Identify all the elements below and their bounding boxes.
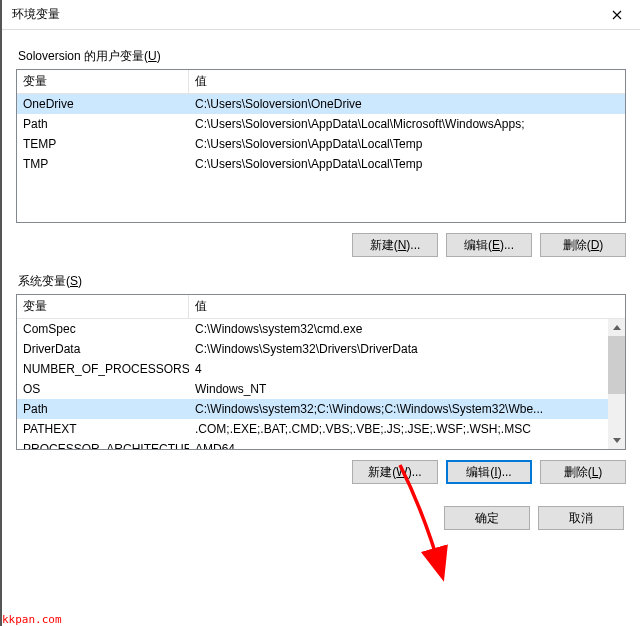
ok-button[interactable]: 确定 xyxy=(444,506,530,530)
system-edit-button[interactable]: 编辑(I)... xyxy=(446,460,532,484)
variable-name-cell: Path xyxy=(17,402,189,416)
system-variables-label: 系统变量(S) xyxy=(18,273,626,290)
table-row[interactable]: TEMPC:\Users\Soloversion\AppData\Local\T… xyxy=(17,134,625,154)
chevron-down-icon xyxy=(613,438,621,443)
variable-value-cell: C:\Windows\System32\Drivers\DriverData xyxy=(189,342,608,356)
variable-value-cell: C:\Users\Soloversion\AppData\Local\Temp xyxy=(189,157,625,171)
table-row[interactable]: DriverDataC:\Windows\System32\Drivers\Dr… xyxy=(17,339,608,359)
variable-name-cell: DriverData xyxy=(17,342,189,356)
variable-name-cell: TMP xyxy=(17,157,189,171)
variable-value-cell: C:\Windows\system32\cmd.exe xyxy=(189,322,608,336)
dialog-button-row: 确定 取消 xyxy=(16,506,626,530)
table-row[interactable]: OneDriveC:\Users\Soloversion\OneDrive xyxy=(17,94,625,114)
watermark-text: kkpan.com xyxy=(0,613,64,626)
variable-name-cell: NUMBER_OF_PROCESSORS xyxy=(17,362,189,376)
column-value-header[interactable]: 值 xyxy=(189,70,625,93)
user-delete-button[interactable]: 删除(D) xyxy=(540,233,626,257)
user-new-button[interactable]: 新建(N)... xyxy=(352,233,438,257)
system-delete-button[interactable]: 删除(L) xyxy=(540,460,626,484)
user-variables-group: Soloversion 的用户变量(U) 变量 值 OneDriveC:\Use… xyxy=(16,48,626,257)
system-variables-group: 系统变量(S) 变量 值 ComSpecC:\Windows\system32\… xyxy=(16,273,626,484)
variable-name-cell: OS xyxy=(17,382,189,396)
close-button[interactable] xyxy=(594,0,640,30)
chevron-up-icon xyxy=(613,325,621,330)
variable-value-cell: C:\Users\Soloversion\AppData\Local\Temp xyxy=(189,137,625,151)
variable-name-cell: ComSpec xyxy=(17,322,189,336)
table-row[interactable]: OSWindows_NT xyxy=(17,379,608,399)
window-title: 环境变量 xyxy=(12,6,60,23)
variable-value-cell: AMD64 xyxy=(189,442,608,450)
variable-name-cell: OneDrive xyxy=(17,97,189,111)
dialog-body: Soloversion 的用户变量(U) 变量 值 OneDriveC:\Use… xyxy=(2,30,640,626)
scroll-thumb[interactable] xyxy=(608,336,625,394)
list-header[interactable]: 变量 值 xyxy=(17,295,625,319)
user-button-row: 新建(N)... 编辑(E)... 删除(D) xyxy=(16,233,626,257)
system-new-button[interactable]: 新建(W)... xyxy=(352,460,438,484)
titlebar: 环境变量 xyxy=(2,0,640,30)
table-row[interactable]: ComSpecC:\Windows\system32\cmd.exe xyxy=(17,319,608,339)
variable-value-cell: C:\Users\Soloversion\OneDrive xyxy=(189,97,625,111)
table-row[interactable]: PROCESSOR_ARCHITECTUREAMD64 xyxy=(17,439,608,450)
variable-name-cell: PATHEXT xyxy=(17,422,189,436)
variable-value-cell: Windows_NT xyxy=(189,382,608,396)
system-button-row: 新建(W)... 编辑(I)... 删除(L) xyxy=(16,460,626,484)
variable-value-cell: .COM;.EXE;.BAT;.CMD;.VBS;.VBE;.JS;.JSE;.… xyxy=(189,422,608,436)
user-variables-list[interactable]: 变量 值 OneDriveC:\Users\Soloversion\OneDri… xyxy=(16,69,626,223)
close-icon xyxy=(612,10,622,20)
variable-name-cell: TEMP xyxy=(17,137,189,151)
table-row[interactable]: PATHEXT.COM;.EXE;.BAT;.CMD;.VBS;.VBE;.JS… xyxy=(17,419,608,439)
variable-value-cell: C:\Users\Soloversion\AppData\Local\Micro… xyxy=(189,117,625,131)
system-variables-list[interactable]: 变量 值 ComSpecC:\Windows\system32\cmd.exeD… xyxy=(16,294,626,450)
table-row[interactable]: NUMBER_OF_PROCESSORS4 xyxy=(17,359,608,379)
list-header[interactable]: 变量 值 xyxy=(17,70,625,94)
variable-name-cell: Path xyxy=(17,117,189,131)
column-name-header[interactable]: 变量 xyxy=(17,295,189,318)
scroll-down-button[interactable] xyxy=(608,432,625,449)
user-variables-label: Soloversion 的用户变量(U) xyxy=(18,48,626,65)
user-edit-button[interactable]: 编辑(E)... xyxy=(446,233,532,257)
variable-name-cell: PROCESSOR_ARCHITECTURE xyxy=(17,442,189,450)
scroll-track[interactable] xyxy=(608,336,625,432)
scrollbar[interactable] xyxy=(608,319,625,449)
column-value-header[interactable]: 值 xyxy=(189,295,625,318)
variable-value-cell: 4 xyxy=(189,362,608,376)
table-row[interactable]: TMPC:\Users\Soloversion\AppData\Local\Te… xyxy=(17,154,625,174)
variable-value-cell: C:\Windows\system32;C:\Windows;C:\Window… xyxy=(189,402,608,416)
cancel-button[interactable]: 取消 xyxy=(538,506,624,530)
table-row[interactable]: PathC:\Windows\system32;C:\Windows;C:\Wi… xyxy=(17,399,608,419)
column-name-header[interactable]: 变量 xyxy=(17,70,189,93)
table-row[interactable]: PathC:\Users\Soloversion\AppData\Local\M… xyxy=(17,114,625,134)
scroll-up-button[interactable] xyxy=(608,319,625,336)
env-variables-dialog: 环境变量 Soloversion 的用户变量(U) 变量 值 OneDriveC… xyxy=(0,0,640,626)
